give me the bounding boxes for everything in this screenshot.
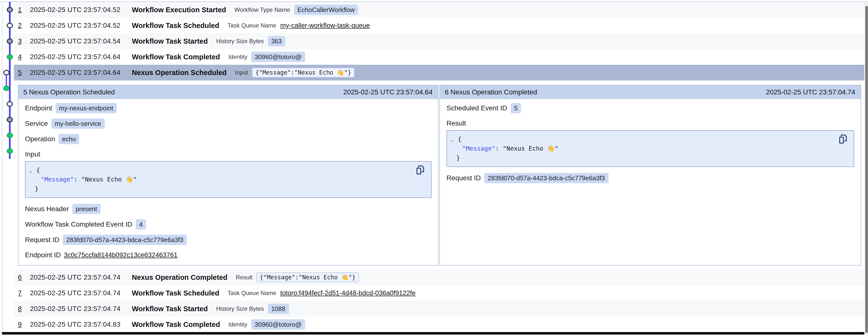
json-key: "Message": [462, 145, 495, 152]
detail-field-scheduled-event-id: Scheduled Event ID5: [446, 103, 857, 113]
event-row-8[interactable]: 82025-02-25 UTC 23:57:04.74Workflow Task…: [14, 301, 865, 316]
event-timestamp: 2025-02-25 UTC 23:57:04.64: [30, 69, 132, 77]
event-timeline-graph: [0, 0, 15, 172]
event-type-name: Nexus Operation Completed: [132, 274, 227, 282]
event-row-7[interactable]: 72025-02-25 UTC 23:57:04.74Workflow Task…: [14, 285, 865, 301]
timeline-event-dot-7[interactable]: [7, 102, 12, 106]
detail-panel-header: 5 Nexus Operation Scheduled2025-02-25 UT…: [19, 85, 438, 99]
json-open-brace: {: [36, 167, 40, 174]
detail-field-value-badge: present: [72, 204, 100, 214]
event-row-9[interactable]: 92025-02-25 UTC 23:57:04.83Workflow Task…: [14, 316, 865, 332]
json-close-brace: }: [35, 185, 38, 192]
detail-field-value-badge: 283fd070-d57a-4423-bdca-c5c779e6a3f3: [484, 173, 609, 183]
copy-icon[interactable]: [839, 134, 847, 144]
event-attr-value-link[interactable]: totoro:f494fecf-2d51-4d48-bdcd-036a0f912…: [280, 289, 415, 297]
detail-field-label: Request ID: [446, 174, 481, 182]
event-row-6[interactable]: 62025-02-25 UTC 23:57:04.74Nexus Operati…: [14, 270, 865, 285]
detail-field-label: Service: [25, 120, 48, 128]
detail-field-label: Operation: [25, 135, 55, 143]
detail-field-value-badge: 4: [136, 219, 146, 229]
timeline-event-dot-3[interactable]: [7, 39, 12, 44]
detail-field-service: Servicemy-hello-service: [25, 118, 434, 129]
detail-field-request-id: Request ID283fd070-d57a-4423-bdca-c5c779…: [25, 235, 434, 245]
list-bottom-edge: [2, 332, 865, 335]
detail-field-value-link[interactable]: 3c0c75ccfa8144b092c13ce632463761: [64, 251, 178, 259]
event-attr-label: Identity: [228, 53, 247, 60]
event-timestamp: 2025-02-25 UTC 23:57:04.52: [30, 6, 132, 14]
timeline-event-dot-9[interactable]: [7, 133, 12, 138]
detail-panel-timestamp: 2025-02-25 UTC 23:57:04.74: [766, 88, 855, 96]
event-attr-label: History Size Bytes: [216, 305, 264, 312]
workflow-history-page: 12025-02-25 UTC 23:57:04.52Workflow Exec…: [0, 0, 868, 335]
event-id-link[interactable]: 5: [18, 69, 30, 77]
copy-icon[interactable]: [416, 165, 425, 175]
payload-code-block: ⌄{"Message": "Nexus Echo 👋"}: [446, 130, 854, 167]
event-timestamp: 2025-02-25 UTC 23:57:04.74: [30, 289, 132, 297]
detail-panel-header: 6 Nexus Operation Completed2025-02-25 UT…: [440, 85, 861, 99]
timeline-event-dot-1[interactable]: [7, 8, 12, 12]
detail-field-label: Endpoint ID: [25, 251, 61, 259]
detail-field-workflow-task-completed-event-id: Workflow Task Completed Event ID4: [25, 219, 434, 229]
json-key: "Message": [41, 176, 74, 183]
event-id-link[interactable]: 1: [18, 6, 30, 14]
event-type-name: Workflow Task Scheduled: [132, 22, 219, 30]
event-row-3[interactable]: 32025-02-25 UTC 23:57:04.54Workflow Task…: [14, 33, 865, 49]
detail-field-input: Input: [25, 149, 434, 159]
detail-field-label: Endpoint: [25, 104, 52, 112]
detail-field-endpoint: Endpointmy-nexus-endpoint: [25, 103, 434, 113]
event-id-link[interactable]: 8: [18, 305, 30, 313]
event-id-link[interactable]: 9: [18, 320, 30, 328]
event-attr-label: Task Queue Name: [228, 290, 276, 297]
event-row-4[interactable]: 42025-02-25 UTC 23:57:04.64Workflow Task…: [14, 49, 865, 65]
event-attr-value-badge: 363: [268, 36, 285, 46]
detail-field-result: Result: [446, 118, 857, 128]
scrollbar-thumb[interactable]: [865, 6, 868, 333]
json-separator: :: [74, 176, 81, 183]
event-id-link[interactable]: 4: [18, 53, 30, 61]
detail-field-label: Scheduled Event ID: [446, 104, 507, 112]
collapse-chevron-icon[interactable]: ⌄: [451, 135, 458, 144]
collapse-chevron-icon[interactable]: ⌄: [29, 166, 36, 175]
timeline-event-dot-4[interactable]: [7, 55, 12, 59]
event-id-link[interactable]: 7: [18, 289, 30, 297]
detail-field-label: Result: [446, 119, 466, 127]
event-timestamp: 2025-02-25 UTC 23:57:04.74: [30, 274, 132, 281]
event-row-1[interactable]: 12025-02-25 UTC 23:57:04.52Workflow Exec…: [14, 2, 865, 18]
detail-field-label: Input: [25, 150, 40, 158]
event-attr-value-link[interactable]: my-caller-workflow-task-queue: [280, 22, 370, 29]
event-id-link[interactable]: 2: [18, 22, 30, 29]
event-type-name: Workflow Execution Started: [132, 6, 226, 14]
detail-field-label: Workflow Task Completed Event ID: [25, 221, 132, 228]
detail-field-value-badge: my-hello-service: [51, 118, 104, 129]
detail-panel-timestamp: 2025-02-25 UTC 23:57:04.64: [343, 88, 433, 96]
scrollbar-track[interactable]: [864, 2, 868, 335]
timeline-event-dot-8[interactable]: [7, 117, 12, 122]
timeline-event-dot-2[interactable]: [7, 23, 12, 28]
detail-field-label: Request ID: [25, 236, 59, 244]
payload-code-block: ⌄{"Message": "Nexus Echo 👋"}: [25, 161, 432, 198]
event-attr-label: Workflow Type Name: [235, 6, 290, 13]
event-attr-label: Input: [235, 69, 248, 76]
detail-field-operation: Operationecho: [25, 134, 434, 144]
detail-field-value-badge: echo: [59, 134, 79, 144]
event-id-link[interactable]: 6: [18, 274, 30, 281]
detail-panel-title: 6 Nexus Operation Completed: [445, 88, 537, 96]
event-attr-label: History Size Bytes: [216, 38, 264, 45]
timeline-event-dot-5[interactable]: [4, 71, 9, 75]
event-type-name: Workflow Task Started: [132, 37, 208, 45]
event-detail-panel-scheduled: 5 Nexus Operation Scheduled2025-02-25 UT…: [18, 85, 438, 266]
event-type-name: Workflow Task Started: [132, 305, 208, 313]
timeline-event-dot-10[interactable]: [7, 149, 12, 153]
detail-field-value-badge: 5: [511, 103, 521, 113]
event-detail-panel-completed: 6 Nexus Operation Completed2025-02-25 UT…: [439, 85, 861, 266]
detail-panel-title: 5 Nexus Operation Scheduled: [23, 88, 115, 96]
event-attr-value-json-badge: {"Message":"Nexus Echo 👋"}: [256, 273, 359, 282]
event-row-5[interactable]: 52025-02-25 UTC 23:57:04.64Nexus Operati…: [14, 65, 865, 80]
event-row-2[interactable]: 22025-02-25 UTC 23:57:04.52Workflow Task…: [14, 18, 865, 33]
event-id-link[interactable]: 3: [18, 37, 30, 45]
event-type-name: Nexus Operation Scheduled: [132, 69, 227, 77]
detail-panel-body: Endpointmy-nexus-endpointServicemy-hello…: [19, 99, 438, 260]
timeline-event-dot-6[interactable]: [4, 86, 9, 91]
event-timestamp: 2025-02-25 UTC 23:57:04.64: [30, 53, 132, 61]
event-attr-label: Result: [236, 274, 252, 281]
